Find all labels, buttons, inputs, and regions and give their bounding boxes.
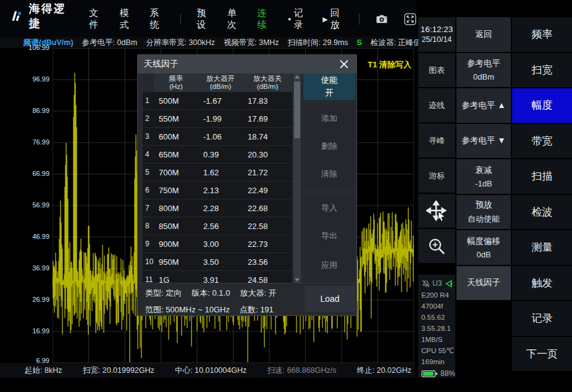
tab-record[interactable]: 记录 — [512, 301, 572, 336]
table-row[interactable]: 4650M0.3920.30 — [143, 146, 292, 164]
enable-button[interactable]: 使能 开 — [303, 73, 355, 100]
close-button[interactable] — [338, 58, 350, 70]
table-row[interactable]: 2550M-1.9917.69 — [143, 110, 292, 128]
scroll-down-icon[interactable] — [295, 278, 300, 281]
tab-amplitude[interactable]: 幅度 — [512, 88, 572, 123]
ref-level-button[interactable]: 参考电平 0dBm — [456, 53, 511, 88]
header-amp-off: 放大器关(dB/m) — [243, 73, 292, 92]
dialog-button-column: 使能 开 添加 删除 清除 导入 导出 应用 — [303, 73, 355, 278]
menu-item-record[interactable]: ● 记录 — [288, 7, 306, 31]
back-button[interactable]: 返回 — [456, 17, 511, 52]
system-status-block: U3 E200 R4 47004f 0.55.62 3.55.28.1 1MB/… — [418, 275, 455, 378]
battery-icon — [421, 370, 438, 378]
dialog-title-bar[interactable]: 天线因子 — [138, 55, 356, 73]
y-axis-tick: 86.99 — [17, 107, 49, 114]
sidebar-item-trace[interactable]: 迹线 — [418, 88, 455, 122]
menu-divider — [359, 14, 360, 25]
menu-item-file[interactable]: 文件 — [89, 7, 103, 31]
add-button[interactable]: 添加 — [303, 105, 355, 131]
y-axis-tick: 56.99 — [17, 201, 49, 209]
factor-amp-state: 放大器: 开 — [240, 285, 276, 301]
antenna-factor-table: 1500M-1.6717.83 2550M-1.9917.69 3600M-1.… — [143, 92, 292, 283]
tab-frequency[interactable]: 频率 — [512, 17, 572, 52]
y-axis-tick: 76.99 — [17, 138, 49, 146]
start-freq: 起始: 8kHz — [25, 365, 62, 376]
table-row[interactable]: 111G3.9124.58 — [143, 271, 292, 283]
tab-next-page[interactable]: 下一页 — [512, 337, 572, 372]
table-scrollbar[interactable] — [293, 73, 301, 283]
usb-status: U3 — [432, 278, 442, 289]
data-rate: 1MB/S — [421, 334, 455, 345]
clear-button[interactable]: 清除 — [303, 161, 355, 187]
pan-tool-button[interactable] — [418, 194, 455, 228]
sweep-rate: 扫速: 668.868GHz/s — [267, 365, 337, 376]
table-row[interactable]: 1500M-1.6717.83 — [143, 92, 292, 110]
sidebar-item-peak-search[interactable]: 寻峰 — [418, 123, 455, 157]
ref-level-up-button[interactable]: 参考电平 ▲ — [456, 88, 511, 123]
table-row[interactable]: 3600M-1.0618.74 — [143, 128, 292, 146]
tab-measure[interactable]: 测量 — [512, 230, 572, 265]
header-frequency: 频率(Hz) — [154, 73, 198, 92]
tab-trigger[interactable]: 触发 — [512, 266, 572, 301]
menu-item-system[interactable]: 系统 — [150, 7, 164, 31]
mute-icon — [421, 279, 431, 288]
zoom-in-icon — [427, 236, 447, 256]
header-amp-on: 放大器开(dB/m) — [198, 73, 243, 92]
export-button[interactable]: 导出 — [303, 222, 355, 249]
load-button[interactable]: Load — [305, 286, 355, 312]
function-column: 频率 扫宽 幅度 带宽 扫描 检波 测量 触发 记录 下一页 — [512, 17, 572, 371]
menu-item-preset[interactable]: 预设 — [197, 7, 211, 31]
attenuation-button[interactable]: 衰减 -1dB — [456, 159, 511, 194]
top-menu-bar: 海得逻捷 文件 模式 系统 预设 单次 连续 ● 记录 ▶ 回放 — [0, 0, 416, 37]
antenna-factor-button[interactable]: 天线因子 — [456, 266, 511, 301]
battery-percent: 88% — [440, 368, 455, 379]
tab-detector[interactable]: 检波 — [512, 195, 572, 230]
amplitude-offset-button[interactable]: 幅度偏移 0dB — [456, 230, 511, 265]
camera-icon[interactable] — [376, 13, 388, 25]
tab-span[interactable]: 扫宽 — [512, 53, 572, 88]
tab-sweep[interactable]: 扫描 — [512, 159, 572, 194]
fullscreen-icon[interactable] — [404, 11, 416, 27]
y-axis-tick: 26.99 — [17, 296, 49, 303]
frequency-status-bar: 起始: 8kHz 扫宽: 20.019992GHz 中心: 10.010004G… — [0, 363, 415, 378]
zoom-tool-button[interactable] — [418, 229, 455, 263]
center-freq: 中心: 10.010004GHz — [175, 365, 246, 376]
play-icon: ▶ — [322, 16, 327, 23]
brand-logo: 海得逻捷 — [10, 1, 72, 31]
scrollbar-thumb[interactable] — [294, 81, 300, 138]
menu-item-continuous[interactable]: 连续 — [258, 7, 272, 31]
delete-button[interactable]: 删除 — [303, 133, 355, 159]
device-serial: 47004f — [421, 301, 455, 312]
y-axis-tick: 36.99 — [17, 264, 49, 272]
table-row[interactable]: 10950M3.5023.56 — [143, 253, 292, 271]
spectrum-analyzer-screen: 海得逻捷 文件 模式 系统 预设 单次 连续 ● 记录 ▶ 回放 — [0, 0, 572, 392]
menu-item-mode[interactable]: 模式 — [119, 7, 133, 31]
y-axis-tick: 96.99 — [17, 75, 49, 83]
factor-version: 版本: 0.1.0 — [191, 285, 230, 301]
sidebar-item-marker[interactable]: 游标 — [418, 159, 455, 193]
rbw-status: 分辨率带宽: 300kHz — [146, 38, 215, 48]
table-row[interactable]: 9900M3.0022.73 — [143, 235, 292, 253]
clock-block: 16:12:23 25/10/14 — [418, 17, 455, 52]
menu-item-single[interactable]: 单次 — [227, 7, 242, 31]
header-index — [143, 73, 154, 92]
tab-bandwidth[interactable]: 带宽 — [512, 124, 572, 159]
sidebar-item-chart[interactable]: 图表 — [418, 53, 455, 87]
clock-date: 25/10/14 — [422, 35, 452, 45]
preamp-button[interactable]: 预放 自动使能 — [456, 195, 511, 230]
menu-item-playback[interactable]: ▶ 回放 — [322, 7, 343, 31]
submenu-column: 返回 参考电平 0dBm 参考电平 ▲ 参考电平 ▼ 衰减 -1dB 预放 自动… — [456, 17, 511, 300]
factor-type: 类型: 定向 — [145, 285, 182, 301]
y-axis-tick: 16.99 — [17, 327, 49, 335]
table-row[interactable]: 6750M2.1322.49 — [143, 181, 292, 199]
import-button[interactable]: 导入 — [303, 194, 355, 221]
table-row[interactable]: 8850M2.5622.58 — [143, 217, 292, 235]
apply-button[interactable]: 应用 — [303, 252, 355, 278]
table-row[interactable]: 7800M2.2822.68 — [143, 199, 292, 217]
table-header: 频率(Hz) 放大器开(dB/m) 放大器关(dB/m) — [143, 73, 292, 92]
factor-range: 范围: 500MHz ~ 10GHz — [145, 301, 230, 318]
measurement-status-bar: 频谱(dBuV/m) 参考电平: 0dBm 分辨率带宽: 300kHz 视频带宽… — [0, 37, 415, 48]
scroll-up-icon[interactable] — [295, 75, 300, 78]
ref-level-down-button[interactable]: 参考电平 ▼ — [456, 124, 511, 159]
table-row[interactable]: 5700M1.6221.72 — [143, 164, 292, 181]
